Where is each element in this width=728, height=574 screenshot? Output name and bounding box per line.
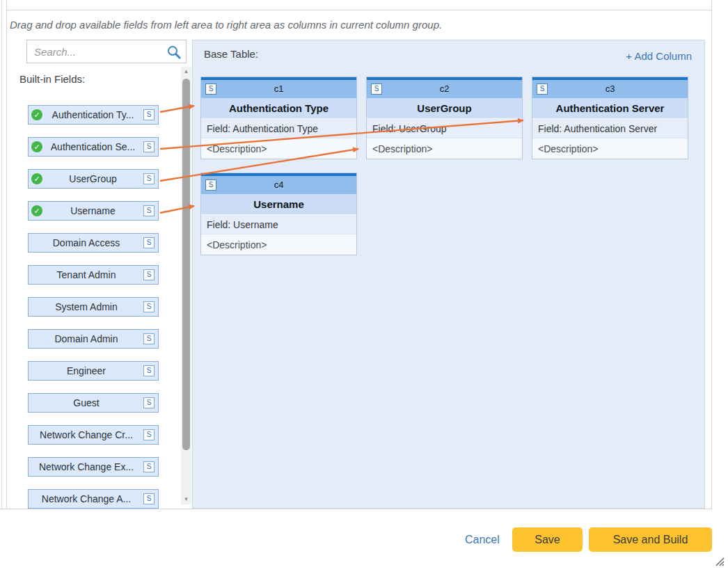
column-card[interactable]: S c3 Authentication Server Field: Authen… — [532, 77, 688, 159]
column-field: Field: Authentication Server — [532, 118, 688, 138]
s-badge-icon: S — [205, 83, 216, 95]
field-item[interactable]: ✓ Engineer S — [28, 361, 159, 381]
search-icon[interactable] — [166, 45, 182, 63]
column-name: Authentication Type — [201, 98, 356, 118]
field-item-label: Engineer — [31, 365, 141, 376]
column-field: Field: Authentication Type — [201, 118, 356, 138]
s-badge-icon: S — [143, 109, 155, 120]
divider — [0, 509, 712, 509]
scroll-up-icon[interactable]: ▲ — [181, 67, 191, 77]
s-badge-icon: S — [143, 237, 155, 248]
field-item[interactable]: ✓ Network Change Cr... S — [28, 425, 159, 445]
divider — [6, 10, 712, 10]
column-description[interactable]: <Description> — [201, 234, 356, 255]
check-icon: ✓ — [31, 205, 42, 216]
field-item-label: Tenant Admin — [31, 269, 141, 280]
cancel-button[interactable]: Cancel — [465, 534, 500, 546]
field-item-label: Authentication Se... — [45, 141, 141, 152]
field-item[interactable]: ✓ Domain Access S — [28, 233, 159, 253]
s-badge-icon: S — [143, 397, 155, 408]
s-badge-icon: S — [205, 180, 216, 191]
card-header: S c2 — [367, 80, 522, 98]
card-header: S c4 — [201, 176, 356, 194]
search-box — [26, 40, 187, 63]
field-item-label: Network Change Cr... — [31, 429, 141, 440]
scrollbar-thumb[interactable] — [182, 79, 190, 450]
field-item[interactable]: ✓ Network Change A... S — [28, 489, 159, 509]
field-item-label: Network Change Ex... — [31, 461, 141, 472]
field-item-label: UserGroup — [45, 173, 141, 184]
column-name: UserGroup — [367, 98, 522, 118]
save-button[interactable]: Save — [512, 527, 583, 552]
field-item-label: Domain Admin — [31, 333, 141, 344]
field-item[interactable]: ✓ Authentication Ty... S — [28, 105, 159, 125]
instruction-text: Drag and drop available fields from left… — [10, 19, 442, 31]
field-item[interactable]: ✓ System Admin S — [28, 297, 159, 317]
field-item-label: Guest — [31, 397, 141, 408]
s-badge-icon: S — [143, 269, 155, 280]
divider — [711, 0, 712, 509]
column-name: Username — [201, 194, 356, 214]
base-table-label: Base Table: — [204, 48, 258, 60]
field-item-label: Network Change A... — [31, 493, 141, 504]
s-badge-icon: S — [143, 429, 155, 440]
column-description[interactable]: <Description> — [532, 138, 688, 159]
field-list-scrollbar[interactable]: ▲ ▼ — [181, 67, 191, 504]
s-badge-icon: S — [143, 301, 155, 312]
field-item-label: Domain Access — [31, 237, 141, 248]
built-in-fields-label: Built-in Fields: — [19, 73, 85, 85]
column-id: c4 — [201, 176, 356, 194]
column-cards: S c1 Authentication Type Field: Authenti… — [200, 77, 696, 255]
column-builder-dialog: Drag and drop available fields from left… — [0, 0, 728, 574]
check-icon: ✓ — [31, 141, 42, 152]
save-and-build-button[interactable]: Save and Build — [589, 527, 712, 552]
scroll-down-icon[interactable]: ▼ — [181, 495, 191, 504]
column-card[interactable]: S c2 UserGroup Field: UserGroup <Descrip… — [366, 77, 523, 159]
field-item-label: System Admin — [31, 301, 141, 312]
s-badge-icon: S — [371, 83, 382, 95]
s-badge-icon: S — [537, 83, 548, 95]
column-description[interactable]: <Description> — [367, 138, 522, 159]
field-item[interactable]: ✓ Authentication Se... S — [28, 137, 159, 157]
s-badge-icon: S — [143, 493, 155, 504]
s-badge-icon: S — [143, 365, 155, 376]
column-card[interactable]: S c4 Username Field: Username <Descripti… — [200, 173, 357, 255]
card-header: S c1 — [201, 80, 356, 98]
check-icon: ✓ — [31, 173, 42, 184]
s-badge-icon: S — [143, 333, 155, 344]
field-item[interactable]: ✓ Guest S — [28, 393, 159, 413]
field-item[interactable]: ✓ Tenant Admin S — [28, 265, 159, 285]
field-item[interactable]: ✓ Network Change Ex... S — [28, 457, 159, 477]
check-icon: ✓ — [31, 109, 42, 120]
column-description[interactable]: <Description> — [201, 138, 356, 159]
column-id: c3 — [532, 80, 688, 98]
add-column-button[interactable]: + Add Column — [626, 50, 692, 62]
field-item[interactable]: ✓ UserGroup S — [28, 169, 159, 189]
field-item[interactable]: ✓ Domain Admin S — [28, 329, 159, 349]
column-field: Field: Username — [201, 214, 356, 234]
s-badge-icon: S — [143, 205, 155, 216]
s-badge-icon: S — [143, 141, 155, 152]
column-drop-area[interactable]: Base Table: + Add Column S c1 Authentica… — [192, 40, 705, 509]
search-input[interactable] — [27, 40, 166, 63]
resize-grip-icon[interactable] — [714, 556, 725, 570]
column-card[interactable]: S c1 Authentication Type Field: Authenti… — [200, 77, 357, 159]
field-item-label: Username — [45, 205, 141, 216]
column-id: c2 — [367, 80, 522, 98]
divider — [1, 0, 2, 509]
divider — [6, 0, 7, 509]
column-field: Field: UserGroup — [367, 118, 522, 138]
field-list: ✓ Authentication Ty... S ✓ Authenticatio… — [28, 105, 161, 509]
column-name: Authentication Server — [532, 98, 688, 118]
card-header: S c3 — [532, 80, 688, 98]
field-item[interactable]: ✓ Username S — [28, 201, 159, 221]
column-id: c1 — [201, 80, 356, 98]
s-badge-icon: S — [143, 461, 155, 472]
field-item-label: Authentication Ty... — [45, 109, 141, 120]
s-badge-icon: S — [143, 173, 155, 184]
